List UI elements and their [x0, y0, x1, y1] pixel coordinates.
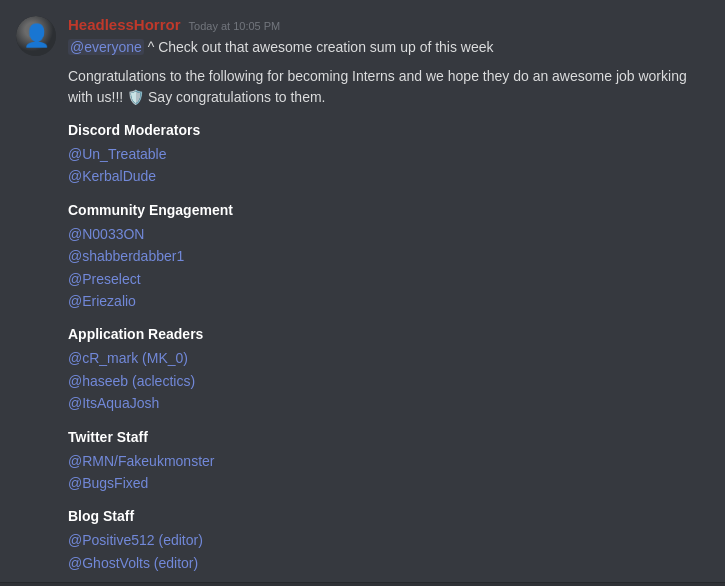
timestamp: Today at 10:05 PM	[189, 20, 281, 32]
intro-line: @everyone ^ Check out that awesome creat…	[68, 37, 709, 58]
avatar-image	[16, 16, 56, 56]
congrats-end: Say congratulations to them.	[144, 89, 325, 105]
congrats-emoji: 🛡️	[127, 89, 144, 105]
user-link[interactable]: @Eriezalio	[68, 290, 709, 312]
section-heading-blog-staff: Blog Staff	[68, 506, 709, 527]
message-header: HeadlessHorror Today at 10:05 PM	[68, 16, 709, 33]
user-link[interactable]: @ItsAquaJosh	[68, 392, 709, 414]
avatar	[16, 16, 56, 56]
congrats-line: Congratulations to the following for bec…	[68, 66, 709, 108]
section-heading-application-readers: Application Readers	[68, 324, 709, 345]
section-heading-community-engagement: Community Engagement	[68, 200, 709, 221]
user-link[interactable]: @BugsFixed	[68, 472, 709, 494]
message-body: HeadlessHorror Today at 10:05 PM @everyo…	[68, 16, 709, 574]
section-heading-twitter-staff: Twitter Staff	[68, 427, 709, 448]
user-link[interactable]: @shabberdabber1	[68, 245, 709, 267]
user-link[interactable]: @RMN/Fakeukmonster	[68, 450, 709, 472]
message-container: HeadlessHorror Today at 10:05 PM @everyo…	[0, 0, 725, 582]
user-link[interactable]: @N0033ON	[68, 223, 709, 245]
user-link[interactable]: @Preselect	[68, 268, 709, 290]
intro-text-content: ^ Check out that awesome creation sum up…	[144, 39, 494, 55]
user-link[interactable]: @KerbalDude	[68, 165, 709, 187]
message-text: @everyone ^ Check out that awesome creat…	[68, 37, 709, 574]
user-link[interactable]: @Positive512 (editor)	[68, 529, 709, 551]
user-link[interactable]: @Un_Treatable	[68, 143, 709, 165]
section-heading-discord-moderators: Discord Moderators	[68, 120, 709, 141]
everyone-mention[interactable]: @everyone	[68, 39, 144, 55]
user-link[interactable]: @GhostVolts (editor)	[68, 552, 709, 574]
user-link[interactable]: @cR_mark (MK_0)	[68, 347, 709, 369]
reactions-bar: 🛡️ 23 ⭐ 23 👌 23 🔥 22 👍 22 🎉 23 👀 21 🍓 21…	[0, 582, 725, 586]
username: HeadlessHorror	[68, 16, 181, 33]
user-link[interactable]: @haseeb (aclectics)	[68, 370, 709, 392]
